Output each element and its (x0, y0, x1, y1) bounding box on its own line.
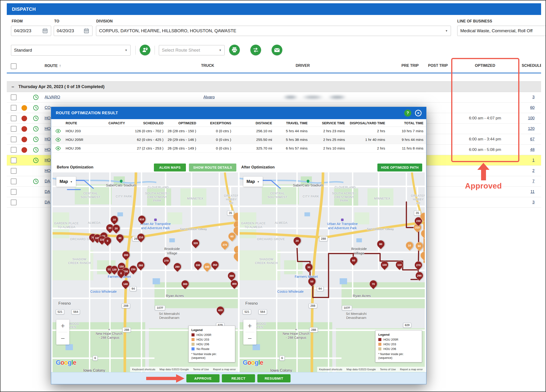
hide-optimized-path-button[interactable]: HIDE OPTIMIZED PATH (377, 163, 422, 171)
row-checkbox[interactable] (11, 200, 17, 205)
map-pin-sequence: 390 (228, 272, 235, 279)
column-header-scheduled[interactable]: SCHEDULED (522, 64, 541, 68)
route-link[interactable]: HO (45, 137, 51, 142)
map-pin-sequence: 100 (381, 261, 388, 268)
legend-entry: HOU 206 (191, 342, 232, 346)
status-dot (21, 137, 27, 142)
row-checkbox[interactable] (11, 115, 17, 121)
attribution-report[interactable]: Report a map error (211, 367, 238, 372)
column-header-pre-trip[interactable]: PRE TRIP (402, 64, 419, 68)
eye-icon[interactable] (55, 145, 61, 151)
zoom-out-button[interactable]: − (243, 332, 256, 345)
collapse-icon[interactable]: − (12, 84, 14, 90)
truck-link[interactable]: Alvaro (203, 95, 214, 99)
map-type-button[interactable]: Map▼ (56, 176, 76, 187)
scheduled-link[interactable]: 7 (513, 179, 534, 184)
row-checkbox[interactable] (11, 126, 17, 132)
route-link[interactable]: HO (45, 116, 51, 121)
status-dot (21, 126, 27, 132)
scheduled-link[interactable]: 2 (513, 169, 534, 173)
row-checkbox[interactable] (11, 147, 17, 153)
map-attribution: Keyboard shortcutsMap data ©2023 GoogleT… (240, 366, 425, 372)
align-maps-button[interactable]: ALIGN MAPS (154, 163, 186, 171)
route-link[interactable]: DA (45, 200, 50, 205)
eye-icon[interactable] (55, 137, 61, 143)
row-checkbox[interactable] (11, 157, 17, 163)
help-icon[interactable]: ? (404, 110, 411, 117)
approve-button[interactable]: APPROVE (186, 374, 220, 382)
cell-service_time: 2 hrs 23 mins (310, 127, 348, 136)
view-select[interactable]: Standard ▼ (11, 45, 130, 56)
zoom-out-button[interactable]: − (56, 332, 69, 345)
zoom-in-button[interactable]: + (243, 320, 256, 332)
row-checkbox[interactable] (11, 178, 17, 184)
select-all-checkbox[interactable] (11, 63, 17, 69)
assign-driver-button[interactable] (140, 45, 150, 55)
lob-input[interactable]: Medical Waste, Commercial, Roll Off (457, 26, 546, 36)
column-header-post-trip[interactable]: POST TRIP (428, 64, 448, 68)
legend-swatch (378, 347, 381, 350)
map-type-button[interactable]: Map▼ (243, 176, 263, 187)
calendar-icon[interactable] (42, 28, 48, 34)
attribution-keyboard[interactable]: Keyboard shortcuts (317, 367, 344, 372)
cell-distance: 256.10 mi (234, 127, 275, 136)
cell-scheduled: 27 (2 ctrs - 253 ) (128, 144, 166, 153)
route-link[interactable]: ALVARO (45, 95, 60, 99)
map-legend: LegendHOU 205RHOU 203HOU 206* Number ins… (375, 330, 422, 362)
attribution-terms[interactable]: Terms of Use (378, 367, 398, 372)
scheduled-link[interactable]: 3 (513, 200, 534, 205)
from-date-input[interactable]: 04/20/23 (11, 26, 51, 36)
row-checkbox[interactable] (11, 94, 17, 100)
route-sheet-placeholder: Select Route Sheet (162, 48, 216, 53)
column-header-driver[interactable]: DRIVER (296, 64, 310, 68)
optimization-row[interactable]: HOU 205R62 (0 ctrs - 425 )29 (29 ctrs - … (51, 136, 426, 144)
route-sheet-select[interactable]: Select Route Sheet ▼ (159, 45, 225, 55)
resubmit-button[interactable]: RESUBMIT (257, 374, 291, 382)
route-link[interactable]: HO (45, 126, 51, 131)
map-pin-sequence: 120 (111, 266, 118, 273)
route-link[interactable]: HO (45, 147, 51, 152)
calendar-icon[interactable] (83, 28, 90, 34)
cell-route: HOU 206 (65, 144, 91, 153)
scheduled-link[interactable]: 11 (513, 189, 534, 194)
row-checkbox[interactable] (11, 189, 17, 195)
row-checkbox[interactable] (11, 168, 17, 174)
map-pin-sequence: 60 (350, 257, 357, 264)
route-link[interactable]: HO (45, 158, 51, 163)
column-header-route[interactable]: ROUTE↑ (45, 64, 61, 68)
lob-label: LINE OF BUSINESS (457, 19, 492, 23)
route-link[interactable]: DA (45, 189, 50, 194)
map-after-optimization[interactable]: SaberCats StadiumCLOVERLANDCENTRAL SOUTH… (240, 172, 425, 372)
map-pin-sequence: 280 (174, 263, 181, 270)
zoom-in-button[interactable]: + (56, 320, 69, 332)
row-checkbox[interactable] (11, 105, 17, 111)
close-icon[interactable]: ✕ (415, 110, 422, 116)
toolbar-separator (136, 46, 136, 55)
row-checkbox[interactable] (11, 137, 17, 142)
attribution-terms[interactable]: Terms of Use (191, 367, 211, 372)
to-date-input[interactable]: 04/20/23 (54, 26, 92, 36)
attribution-keyboard[interactable]: Keyboard shortcuts (130, 367, 157, 372)
route-link[interactable]: CO (45, 105, 51, 110)
eye-icon[interactable] (55, 128, 61, 134)
reject-button[interactable]: REJECT (222, 374, 255, 382)
show-route-details-button[interactable]: SHOW ROUTE DETAILS (189, 163, 236, 171)
column-header-truck[interactable]: TRUCK (201, 64, 214, 68)
zoom-control: +− (243, 320, 256, 345)
map-pin-sequence: 350 (211, 261, 219, 268)
route-link[interactable]: DA (45, 179, 50, 184)
optimization-row[interactable]: HOU 203126 (0 ctrs - 702 )28 (28 ctrs - … (51, 127, 426, 136)
cell-optimized: 28 (28 ctrs - 150 ) (166, 127, 199, 136)
division-select[interactable]: CORPUS, DAYTON, HEARNE, HILLSBORO, HOUST… (96, 26, 451, 36)
attribution-report[interactable]: Report a map error (398, 367, 425, 372)
map-before-optimization[interactable]: SaberCats StadiumCLOVERLANDCENTRAL SOUTH… (52, 172, 238, 372)
map-pin-sequence: 110 (396, 261, 403, 268)
email-button[interactable] (272, 45, 282, 55)
route-link[interactable]: HO (45, 169, 51, 173)
legend-label: HOU 206 (384, 347, 396, 351)
optimization-row[interactable]: HOU 20627 (2 ctrs - 253 )26 (26 ctrs - 1… (51, 144, 426, 153)
person-pin-icon (142, 46, 149, 53)
route-transfer-button[interactable] (250, 45, 261, 55)
map-pin-sequence (234, 246, 238, 253)
print-button[interactable] (229, 45, 240, 55)
